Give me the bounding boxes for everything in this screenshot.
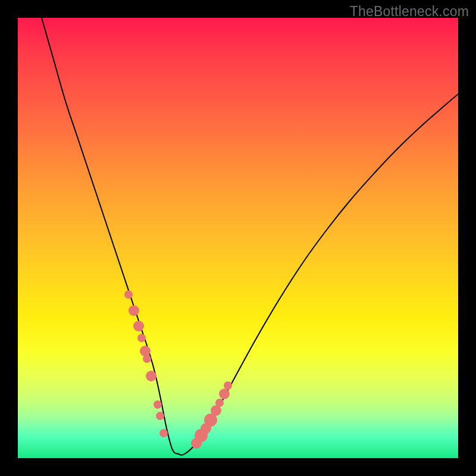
- highlight-dot: [146, 371, 156, 381]
- curve-path: [42, 18, 458, 455]
- chart-frame: TheBottleneck.com: [0, 0, 476, 476]
- highlight-dot: [129, 305, 139, 316]
- highlight-dot: [224, 381, 232, 390]
- highlight-dot: [154, 400, 162, 409]
- plot-svg: [18, 18, 458, 458]
- highlight-dot: [143, 355, 151, 363]
- highlight-dot: [133, 321, 144, 331]
- highlight-dot: [140, 346, 151, 356]
- highlight-dot: [137, 334, 146, 342]
- curve-group: [42, 18, 458, 455]
- highlight-dot: [215, 399, 224, 407]
- plot-area: [18, 18, 458, 458]
- watermark-text: TheBottleneck.com: [350, 4, 469, 20]
- highlight-dot: [124, 290, 133, 299]
- marker-group: [124, 290, 232, 449]
- highlight-dot: [219, 389, 230, 399]
- highlight-dot: [156, 412, 164, 420]
- highlight-dot: [159, 429, 168, 437]
